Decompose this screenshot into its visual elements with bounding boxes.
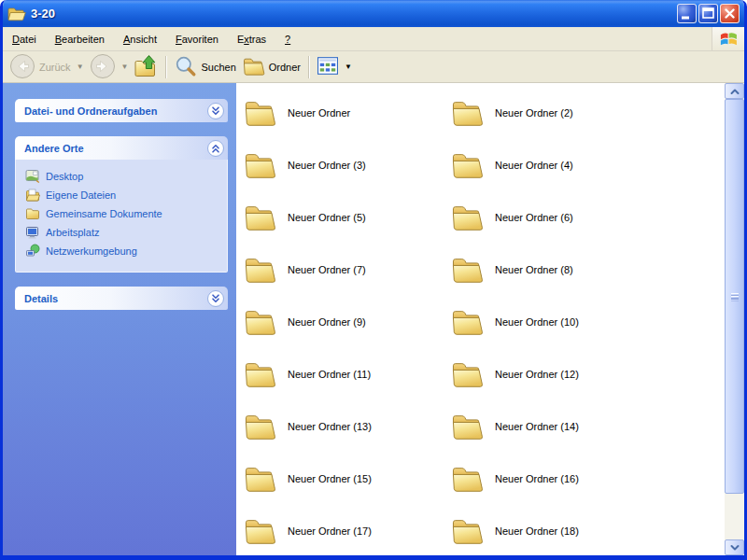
task-pane: Datei- und Ordneraufgaben Andere Orte De… xyxy=(3,83,236,555)
folder-item[interactable]: Neuer Ordner (14) xyxy=(450,400,657,453)
back-button[interactable]: Zurück xyxy=(7,52,74,82)
titlebar[interactable]: 3-20 xyxy=(3,0,744,27)
folder-item[interactable]: Neuer Ordner (9) xyxy=(243,296,450,348)
folder-label: Neuer Ordner (13) xyxy=(288,421,372,432)
folders-label: Ordner xyxy=(269,62,301,73)
folder-label: Neuer Ordner (8) xyxy=(495,264,573,275)
minimize-button[interactable] xyxy=(677,4,697,23)
folder-icon xyxy=(450,98,484,128)
views-dropdown-chevron[interactable]: ▼ xyxy=(345,63,352,71)
folder-item[interactable]: Neuer Ordner (3) xyxy=(243,139,450,191)
scroll-grip xyxy=(731,292,739,301)
folder-icon xyxy=(450,359,484,389)
panel-title: Andere Orte xyxy=(24,143,207,154)
menu-item[interactable]: Extras xyxy=(228,34,275,45)
scroll-up-button[interactable] xyxy=(725,83,744,99)
menu-item[interactable]: Datei xyxy=(3,34,46,45)
search-button[interactable]: Suchen xyxy=(172,54,238,80)
forward-dropdown-chevron[interactable]: ▼ xyxy=(119,63,132,71)
folder-item[interactable]: Neuer Ordner (13) xyxy=(243,400,450,453)
folder-icon xyxy=(450,464,484,494)
sidebar-link[interactable]: Netzwerkumgebung xyxy=(25,242,223,260)
sidebar-link-label: Eigene Dateien xyxy=(46,189,116,201)
forward-button[interactable] xyxy=(87,52,119,82)
windows-logo-icon xyxy=(712,27,744,50)
panel-title: Datei- und Ordneraufgaben xyxy=(24,105,207,117)
menu-item[interactable]: Ansicht xyxy=(114,34,166,45)
folder-label: Neuer Ordner (15) xyxy=(288,473,372,484)
folder-label: Neuer Ordner (16) xyxy=(495,473,579,484)
network-icon xyxy=(25,244,40,259)
panel-file-folder-tasks: Datei- und Ordneraufgaben xyxy=(15,99,228,122)
explorer-window: 3-20 DateiBearbeitenAnsichtFavoritenExtr… xyxy=(0,0,747,560)
forward-icon xyxy=(90,53,116,81)
close-button[interactable] xyxy=(720,4,740,23)
sidebar-link[interactable]: Eigene Dateien xyxy=(25,186,223,204)
scroll-down-button[interactable] xyxy=(725,539,744,555)
folder-item[interactable]: Neuer Ordner (18) xyxy=(450,505,657,555)
views-button[interactable]: ▼ xyxy=(315,56,355,77)
sidebar-link[interactable]: Arbeitsplatz xyxy=(25,223,223,242)
folder-item[interactable]: Neuer Ordner (2) xyxy=(450,87,657,139)
menu-item[interactable]: ? xyxy=(275,34,300,45)
folder-item[interactable]: Neuer Ordner (16) xyxy=(450,453,657,505)
window-title: 3-20 xyxy=(31,7,675,21)
folder-label: Neuer Ordner xyxy=(288,107,350,119)
folder-icon xyxy=(243,412,276,441)
up-button[interactable] xyxy=(131,53,161,81)
sidebar-link[interactable]: Gemeinsame Dokumente xyxy=(25,204,223,223)
scroll-track[interactable] xyxy=(725,494,744,539)
folder-item[interactable]: Neuer Ordner (5) xyxy=(243,191,450,244)
folder-label: Neuer Ordner (10) xyxy=(495,316,579,328)
folder-item[interactable]: Neuer Ordner (17) xyxy=(243,505,450,555)
folder-icon xyxy=(243,516,276,546)
sidebar-link-label: Desktop xyxy=(46,171,83,182)
folder-label: Neuer Ordner (17) xyxy=(288,525,372,537)
scroll-thumb[interactable] xyxy=(725,99,744,494)
folder-item[interactable]: Neuer Ordner (12) xyxy=(450,348,657,400)
desktop-icon xyxy=(25,169,40,184)
folder-icon xyxy=(243,203,276,232)
sidebar-link[interactable]: Desktop xyxy=(25,167,223,186)
folder-item[interactable]: Neuer Ordner (15) xyxy=(243,453,450,505)
folder-item[interactable]: Neuer Ordner (11) xyxy=(243,348,450,400)
panel-header-file-folder-tasks[interactable]: Datei- und Ordneraufgaben xyxy=(15,99,228,122)
folder-icon xyxy=(243,464,276,494)
panel-header-other-places[interactable]: Andere Orte xyxy=(15,136,228,160)
content-area: Datei- und Ordneraufgaben Andere Orte De… xyxy=(3,83,744,555)
back-dropdown-chevron[interactable]: ▼ xyxy=(74,63,87,71)
folders-icon xyxy=(242,56,265,78)
folder-item[interactable]: Neuer Ordner (7) xyxy=(243,244,450,296)
chevron-down-icon[interactable] xyxy=(207,103,224,119)
folder-up-icon xyxy=(134,54,158,80)
panel-title: Details xyxy=(24,293,207,304)
folders-button[interactable]: Ordner xyxy=(239,55,303,79)
toolbar-separator xyxy=(308,56,310,78)
sidebar-link-label: Arbeitsplatz xyxy=(46,227,99,238)
panel-other-places: Andere Orte Desktop Eigene Dateien Gemei… xyxy=(15,136,228,273)
folder-item[interactable]: Neuer Ordner (4) xyxy=(450,139,657,191)
menu-item[interactable]: Bearbeiten xyxy=(46,34,114,45)
chevron-up-icon[interactable] xyxy=(207,140,224,157)
folder-label: Neuer Ordner (12) xyxy=(495,369,579,380)
menu-item[interactable]: Favoriten xyxy=(166,34,228,45)
folder-view: Neuer Ordner Neuer Ordner (2) Neuer Ordn… xyxy=(236,83,725,555)
folder-label: Neuer Ordner (7) xyxy=(288,264,366,275)
maximize-button[interactable] xyxy=(698,4,718,23)
panel-details: Details xyxy=(15,287,228,310)
search-label: Suchen xyxy=(201,62,235,73)
folder-item[interactable]: Neuer Ordner (8) xyxy=(450,244,657,296)
folder-icon xyxy=(243,255,276,285)
sidebar-link-label: Gemeinsame Dokumente xyxy=(46,208,162,219)
chevron-down-icon[interactable] xyxy=(207,290,224,307)
folder-item[interactable]: Neuer Ordner xyxy=(243,87,450,139)
folder-label: Neuer Ordner (18) xyxy=(495,525,579,537)
shared-documents-icon xyxy=(25,206,40,221)
back-label: Zurück xyxy=(39,62,71,73)
panel-header-details[interactable]: Details xyxy=(15,287,228,310)
vertical-scrollbar[interactable] xyxy=(725,83,744,555)
folder-item[interactable]: Neuer Ordner (10) xyxy=(450,296,657,348)
back-icon xyxy=(9,53,35,81)
folder-item[interactable]: Neuer Ordner (6) xyxy=(450,191,657,244)
search-icon xyxy=(175,55,197,79)
